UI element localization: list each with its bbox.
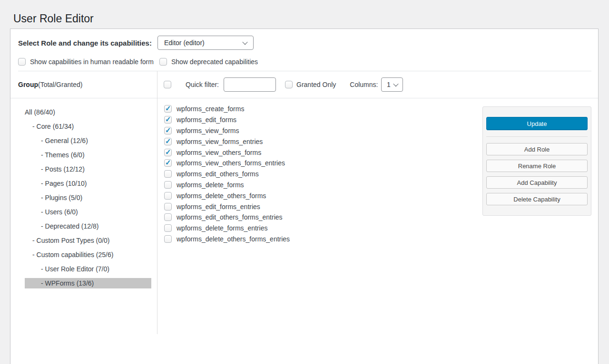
chevron-down-icon xyxy=(393,81,398,86)
capability-checkbox[interactable] xyxy=(164,127,172,134)
divider xyxy=(486,136,588,137)
capability-label: wpforms_create_forms xyxy=(177,105,244,113)
capability-label: wpforms_edit_forms xyxy=(177,116,236,124)
groups-header-title: Group xyxy=(18,81,38,88)
top-section: Select Role and change its capabilities:… xyxy=(10,29,598,66)
page-title: User Role Editor xyxy=(0,0,609,26)
capability-checkbox[interactable] xyxy=(164,181,172,189)
update-button[interactable]: Update xyxy=(486,117,588,130)
group-tree-item[interactable]: - WPForms (13/6) xyxy=(25,278,151,288)
groups-column: Group (Total/Granted) All (86/40)- Core … xyxy=(10,71,157,334)
quick-filter-label: Quick filter: xyxy=(186,81,219,88)
columns-select[interactable]: 1 xyxy=(381,77,403,92)
capability-label: wpforms_view_forms xyxy=(177,127,239,134)
show-deprecated-checkbox[interactable] xyxy=(159,58,167,66)
capability-checkbox[interactable] xyxy=(164,116,172,124)
groups-header: Group (Total/Granted) xyxy=(10,71,157,98)
add-role-button[interactable]: Add Role xyxy=(486,143,588,155)
show-deprecated-label[interactable]: Show deprecated capabilities xyxy=(171,58,258,66)
group-tree-item[interactable]: - Core (61/34) xyxy=(25,121,151,132)
capability-label: wpforms_delete_others_forms xyxy=(177,192,266,200)
capability-label: wpforms_view_others_forms xyxy=(177,149,261,156)
columns-select-value: 1 xyxy=(387,81,391,88)
capability-checkbox[interactable] xyxy=(164,235,172,243)
capability-checkbox[interactable] xyxy=(164,105,172,113)
capability-checkbox[interactable] xyxy=(164,213,172,221)
group-tree-item[interactable]: - Plugins (5/0) xyxy=(25,192,151,203)
group-tree-item[interactable]: - Pages (10/10) xyxy=(25,178,151,189)
group-tree-item[interactable]: - User Role Editor (7/0) xyxy=(25,264,151,274)
capability-label: wpforms_view_forms_entries xyxy=(177,138,263,145)
actions-panel: Update Add Role Rename Role Add Capabili… xyxy=(482,106,591,216)
add-capability-button[interactable]: Add Capability xyxy=(486,176,588,189)
capabilities-area: wpforms_create_formswpforms_edit_formswp… xyxy=(157,98,598,334)
group-tree-item[interactable]: - Custom Post Types (0/0) xyxy=(25,235,151,246)
group-tree-item[interactable]: - Custom capabilities (25/6) xyxy=(25,249,151,260)
quick-filter-input[interactable] xyxy=(224,77,276,92)
delete-capability-button[interactable]: Delete Capability xyxy=(486,193,588,205)
capability-label: wpforms_edit_forms_entries xyxy=(177,203,260,211)
rename-role-button[interactable]: Rename Role xyxy=(486,160,588,172)
capability-row: wpforms_delete_others_forms_entries xyxy=(164,234,598,245)
group-tree-item[interactable]: - Posts (12/12) xyxy=(25,164,151,174)
capabilities-column: Quick filter: Granted Only Columns: 1 wp… xyxy=(157,71,598,334)
groups-header-subtitle: (Total/Granted) xyxy=(38,81,82,88)
filter-bar: Quick filter: Granted Only Columns: 1 xyxy=(157,71,598,98)
granted-only-checkbox[interactable] xyxy=(285,81,293,88)
group-tree-item[interactable]: All (86/40) xyxy=(25,107,151,117)
capability-checkbox[interactable] xyxy=(164,138,172,145)
capability-label: wpforms_delete_forms_entries xyxy=(177,224,267,232)
capability-checkbox[interactable] xyxy=(164,159,172,167)
select-all-checkbox[interactable] xyxy=(164,81,171,88)
human-readable-checkbox[interactable] xyxy=(18,58,26,66)
capability-checkbox[interactable] xyxy=(164,192,172,200)
role-select-value: Editor (editor) xyxy=(164,39,205,47)
capability-checkbox[interactable] xyxy=(164,203,172,211)
capability-checkbox[interactable] xyxy=(164,149,172,156)
group-tree-item[interactable]: - Themes (6/0) xyxy=(25,150,151,160)
granted-only-label[interactable]: Granted Only xyxy=(296,81,336,88)
capability-checkbox[interactable] xyxy=(164,224,172,232)
group-tree-item[interactable]: - Deprecated (12/8) xyxy=(25,221,151,231)
chevron-down-icon xyxy=(242,39,247,45)
user-role-editor-panel: Select Role and change its capabilities:… xyxy=(10,29,599,364)
human-readable-label[interactable]: Show capabilities in human readable form xyxy=(30,58,154,66)
select-role-label: Select Role and change its capabilities: xyxy=(18,39,152,47)
capability-checkbox[interactable] xyxy=(164,170,172,178)
group-tree: All (86/40)- Core (61/34)- General (12/6… xyxy=(10,98,157,288)
group-tree-item[interactable]: - Users (6/0) xyxy=(25,207,151,217)
capability-row: wpforms_delete_forms_entries xyxy=(164,223,598,234)
capability-label: wpforms_edit_others_forms xyxy=(177,170,259,178)
capability-label: wpforms_view_others_forms_entries xyxy=(177,159,285,167)
capability-label: wpforms_delete_forms xyxy=(177,181,244,189)
columns-label: Columns: xyxy=(350,81,378,88)
group-tree-item[interactable]: - General (12/6) xyxy=(25,135,151,146)
capability-label: wpforms_delete_others_forms_entries xyxy=(177,235,290,243)
capability-label: wpforms_edit_others_forms_entries xyxy=(177,213,283,221)
role-select[interactable]: Editor (editor) xyxy=(157,36,254,50)
